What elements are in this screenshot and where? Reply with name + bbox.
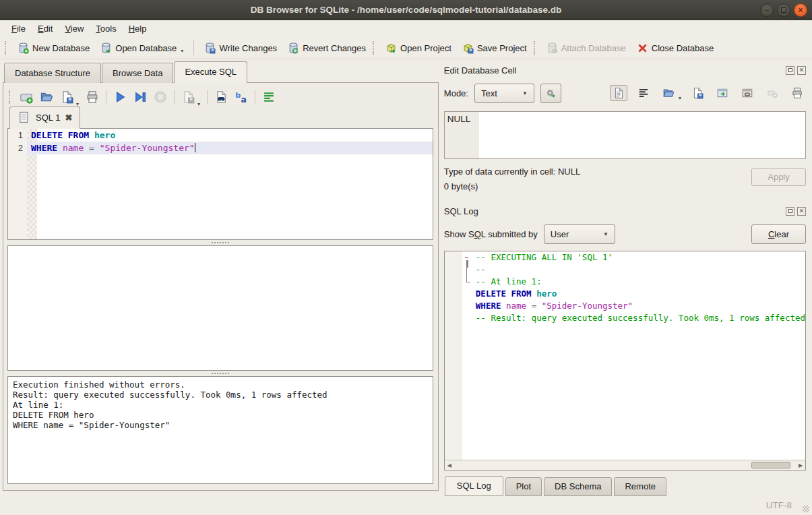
toolbar-button-label: New Database bbox=[32, 43, 90, 53]
cell-content: NULL bbox=[447, 114, 471, 124]
attach-database-button[interactable]: Attach Database bbox=[541, 40, 631, 57]
sql-log-dock-header: SQL Log ✕ bbox=[444, 204, 806, 218]
close-icon[interactable]: × bbox=[794, 3, 807, 17]
sql-file-tab[interactable]: SQL 1 ✖ bbox=[9, 107, 80, 129]
scroll-right-icon[interactable]: ▶ bbox=[796, 462, 805, 468]
close-dock-icon[interactable]: ✕ bbox=[797, 66, 806, 75]
message-line: Result: query executed successfully. Too… bbox=[13, 390, 428, 400]
menu-item-edit[interactable]: Edit bbox=[32, 22, 59, 36]
menu-item-file[interactable]: File bbox=[5, 22, 32, 36]
submitted-by-select[interactable]: User ▼ bbox=[544, 224, 615, 244]
import-data-icon[interactable] bbox=[660, 85, 677, 101]
minimize-icon[interactable]: − bbox=[760, 3, 774, 17]
chevron-down-icon: ▼ bbox=[603, 231, 608, 237]
close-database-button[interactable]: Close Database bbox=[631, 40, 720, 57]
new-sql-tab-icon[interactable] bbox=[20, 90, 33, 104]
word-wrap-icon[interactable] bbox=[635, 85, 652, 101]
scrollbar-thumb[interactable] bbox=[751, 462, 790, 468]
toolbar-handle[interactable] bbox=[5, 41, 8, 55]
export-data-icon[interactable] bbox=[689, 85, 706, 101]
find-replace-icon[interactable] bbox=[214, 90, 228, 104]
toolbar-separator bbox=[174, 90, 175, 104]
dropdown-arrow-icon[interactable]: ▾ bbox=[181, 48, 183, 54]
sql-token bbox=[89, 130, 94, 140]
fold-margin bbox=[462, 276, 474, 288]
mode-select[interactable]: Text ▼ bbox=[474, 84, 534, 103]
set-link-icon[interactable] bbox=[739, 85, 756, 101]
tab-execute-sql[interactable]: Execute SQL bbox=[174, 61, 247, 83]
open-project-button[interactable]: Open Project bbox=[380, 40, 457, 57]
resize-grip[interactable] bbox=[803, 506, 809, 512]
save-sql-file-icon[interactable] bbox=[60, 90, 73, 104]
fold-marker-icon[interactable] bbox=[462, 251, 474, 264]
submitted-by-value: User bbox=[551, 229, 569, 239]
maximize-icon[interactable] bbox=[777, 3, 790, 17]
close-dock-icon[interactable]: ✕ bbox=[797, 207, 806, 216]
db-attach-icon bbox=[546, 42, 558, 54]
sql-token: "Spider-Youngster" bbox=[542, 301, 633, 311]
open-sql-file-icon[interactable] bbox=[40, 90, 53, 104]
execute-all-icon[interactable] bbox=[113, 90, 127, 104]
write-changes-button[interactable]: Write Changes bbox=[199, 40, 282, 57]
code-text: WHERE name = "Spider-Youngster" bbox=[474, 300, 805, 312]
sql-token: DELETE FROM bbox=[31, 130, 89, 140]
stop-execution-icon[interactable] bbox=[154, 90, 167, 104]
menu-item-help[interactable]: Help bbox=[123, 22, 153, 36]
save-project-button[interactable]: Save Project bbox=[457, 40, 532, 57]
menu-item-view[interactable]: View bbox=[59, 22, 90, 36]
main-toolbar: New DatabaseOpen Database▾Write ChangesR… bbox=[0, 37, 812, 59]
float-dock-icon[interactable] bbox=[786, 66, 794, 75]
toolbar-button-label: Open Database bbox=[115, 43, 177, 53]
tab-database-structure[interactable]: Database Structure bbox=[4, 63, 101, 83]
scroll-left-icon[interactable]: ◀ bbox=[445, 462, 454, 468]
toolbar-handle[interactable] bbox=[373, 41, 376, 55]
open-database-button[interactable]: Open Database▾ bbox=[95, 40, 189, 57]
cell-value-editor[interactable]: NULL bbox=[444, 111, 806, 159]
main-tab-bar: Database StructureBrowse DataExecute SQL bbox=[3, 61, 439, 83]
text-mode-icon[interactable] bbox=[610, 85, 627, 101]
toolbar-handle[interactable] bbox=[534, 41, 537, 55]
print-sql-icon[interactable] bbox=[86, 90, 99, 104]
print-cell-icon[interactable] bbox=[788, 85, 806, 101]
code-line: 4DELETE FROM hero bbox=[445, 288, 805, 300]
dropdown-arrow-icon[interactable]: ▾ bbox=[679, 95, 681, 101]
mode-value: Text bbox=[481, 88, 497, 98]
sql-token: "Spider-Youngster" bbox=[100, 143, 195, 153]
set-null-icon[interactable] bbox=[763, 85, 781, 101]
menu-item-tools[interactable]: Tools bbox=[90, 22, 122, 36]
new-database-button[interactable]: New Database bbox=[12, 40, 95, 57]
revert-changes-button[interactable]: Revert Changes bbox=[282, 40, 371, 57]
execute-current-line-icon[interactable] bbox=[133, 90, 147, 104]
auto-complete-icon[interactable]: ba bbox=[235, 90, 248, 104]
message-line: Execution finished without errors. bbox=[13, 380, 428, 390]
code-line: 1-- EXECUTING ALL IN 'SQL 1' bbox=[445, 251, 805, 264]
float-dock-icon[interactable] bbox=[786, 207, 794, 216]
sql-token bbox=[57, 143, 63, 153]
log-horizontal-scrollbar[interactable]: ◀ ▶ bbox=[445, 460, 805, 470]
editor-results-splitter[interactable] bbox=[7, 240, 433, 245]
save-results-icon[interactable] bbox=[181, 90, 195, 104]
sql-log-code-area: 1-- EXECUTING ALL IN 'SQL 1'2--3-- At li… bbox=[445, 251, 805, 460]
clear-log-button[interactable]: Clear bbox=[751, 224, 806, 244]
sql-editor-toolbar: ▾▾ba bbox=[7, 86, 433, 109]
results-message-splitter[interactable] bbox=[7, 371, 433, 376]
open-external-icon[interactable] bbox=[714, 85, 731, 101]
sql-token: DELETE FROM bbox=[476, 289, 532, 299]
main-content: Database StructureBrowse DataExecute SQL… bbox=[0, 59, 812, 493]
apply-button[interactable]: Apply bbox=[751, 168, 806, 186]
sql-file-tab-bar: SQL 1 ✖ bbox=[7, 109, 433, 129]
apply-format-button[interactable] bbox=[540, 84, 561, 103]
sql-token bbox=[501, 301, 506, 311]
sql-token: WHERE bbox=[31, 143, 57, 153]
dropdown-arrow-icon[interactable]: ▾ bbox=[197, 101, 200, 107]
tab-browse-data[interactable]: Browse Data bbox=[102, 63, 173, 83]
close-x-icon bbox=[637, 42, 648, 54]
toolbar-separator bbox=[207, 90, 208, 104]
toolbar-handle[interactable] bbox=[9, 90, 11, 104]
tab-close-icon[interactable]: ✖ bbox=[65, 113, 72, 123]
format-sql-icon[interactable] bbox=[262, 90, 276, 104]
line-number: 2 bbox=[8, 142, 27, 154]
window-title: DB Browser for SQLite - /home/user/code/… bbox=[0, 5, 812, 15]
sql-editor[interactable]: 1DELETE FROM hero2WHERE name = "Spider-Y… bbox=[7, 128, 433, 240]
status-bar: UTF-8 bbox=[0, 493, 812, 515]
